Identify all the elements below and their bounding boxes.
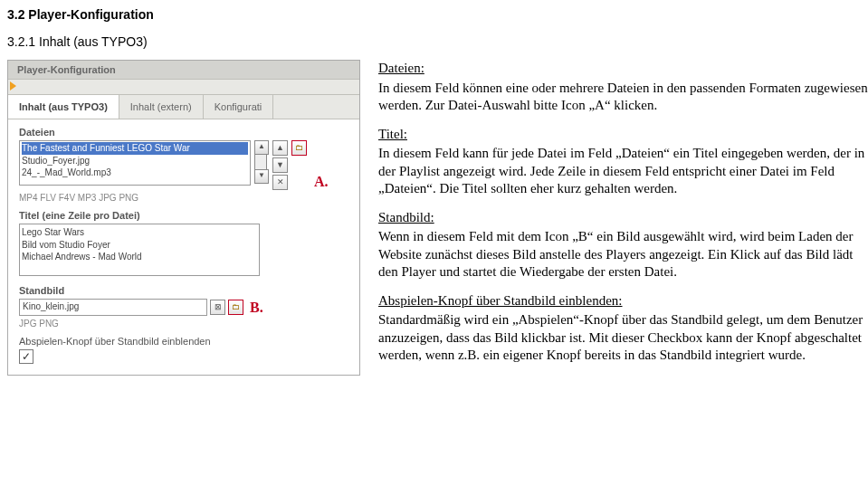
callout-a: A. [314,174,329,190]
list-item[interactable]: Studio_Foyer.jpg [22,155,248,167]
standbild-hint: JPG PNG [19,319,348,329]
dateien-hint: MP4 FLV F4V MP3 JPG PNG [19,193,348,203]
desc-dateien-heading: Dateien: [378,60,868,78]
callout-b: B. [250,300,263,316]
move-down-icon[interactable]: ▼ [272,157,288,173]
scroll-down-icon[interactable]: ▼ [254,169,269,184]
doc-heading-2: 3.2 Player-Konfiguration [7,7,868,22]
folder-icon[interactable]: 🗀 [291,140,307,156]
list-item[interactable]: 24_-_Mad_World.mp3 [22,167,248,179]
tab-inhalt-extern[interactable]: Inhalt (extern) [119,95,204,119]
abspielen-checkbox[interactable]: ✓ [19,349,33,364]
titel-label: Titel (eine Zeile pro Datei) [19,210,348,221]
desc-standbild-heading: Standbild: [378,209,868,227]
collapse-triangle-icon[interactable] [10,81,16,91]
desc-dateien-text: In diesem Feld können eine oder mehrere … [378,81,868,113]
dateien-listbox[interactable]: The Fastest and Funniest LEGO Star War S… [19,140,251,186]
clear-icon[interactable]: ⊠ [210,300,225,315]
desc-titel-text: In diesem Feld kann für jede Datei im Fe… [378,146,864,195]
desc-abspielen-text: Standardmäßig wird ein „Abspielen“-Knopf… [378,312,863,362]
delete-icon[interactable]: ✕ [272,175,288,190]
dateien-label: Dateien [19,127,348,138]
panel-title: Player-Konfiguration [8,61,359,80]
scroll-track[interactable] [254,155,267,169]
folder-icon[interactable]: 🗀 [228,300,243,315]
standbild-input[interactable]: Kino_klein.jpg [19,299,207,316]
move-up-icon[interactable]: ▲ [272,140,288,156]
standbild-label: Standbild [19,285,348,296]
list-item[interactable]: The Fastest and Funniest LEGO Star War [22,142,248,155]
desc-standbild-text: Wenn in diesem Feld mit dem Icon „B“ ein… [378,229,854,279]
desc-titel-heading: Titel: [378,126,868,144]
titel-textarea[interactable] [19,224,260,276]
tab-bar: Inhalt (aus TYPO3) Inhalt (extern) Konfi… [8,94,359,119]
doc-heading-3: 3.2.1 Inhalt (aus TYPO3) [7,34,868,49]
tab-inhalt-typo3[interactable]: Inhalt (aus TYPO3) [8,95,119,119]
desc-abspielen-heading: Abspielen-Knopf über Standbild einblende… [378,292,868,310]
abspielen-label: Abspielen-Knopf über Standbild einblende… [19,336,348,347]
tab-konfiguration[interactable]: Konfigurati [204,95,274,119]
config-panel: Player-Konfiguration Inhalt (aus TYPO3) … [7,60,360,376]
scroll-up-icon[interactable]: ▲ [254,140,269,155]
listbox-scrollbar[interactable]: ▲ ▼ [254,140,267,184]
description-column: Dateien: In diesem Feld können eine oder… [378,60,868,376]
